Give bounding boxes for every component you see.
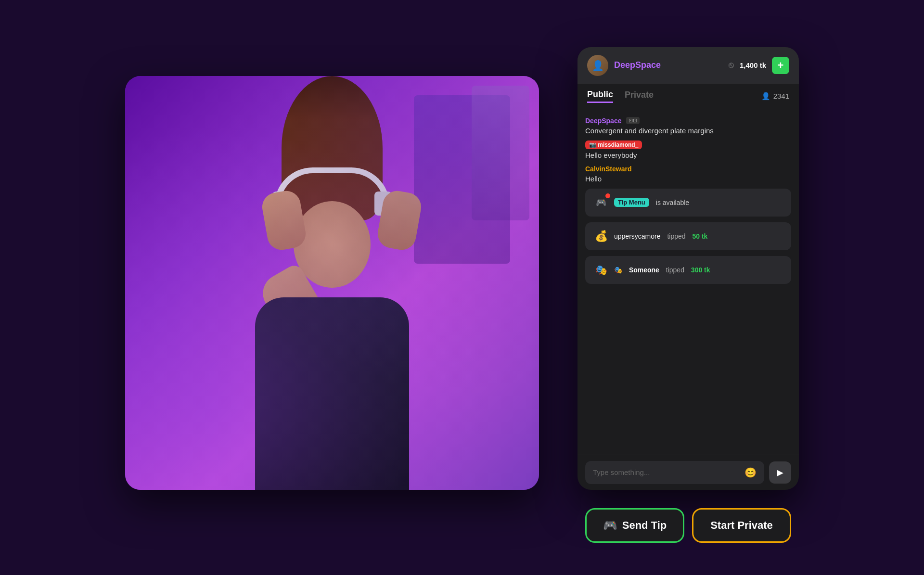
tip-amount-1: 50 tk: [692, 232, 707, 240]
bottom-buttons: 🎮 Send Tip Start Private: [578, 508, 799, 543]
start-private-label: Start Private: [710, 519, 773, 532]
video-card: [125, 76, 539, 490]
send-tip-label: Send Tip: [622, 519, 667, 532]
chat-input-area: Type something... 😊 ▶: [578, 455, 799, 490]
tab-public[interactable]: Public: [587, 89, 613, 103]
emoji-button[interactable]: 😊: [744, 467, 757, 478]
tip-menu-text: is available: [656, 199, 689, 206]
message-deepspace: DeepSpace ⊡⊡ Convergent and divergent pl…: [585, 117, 791, 135]
video-overlay: [125, 76, 539, 490]
message-text-calvin: Hello: [585, 175, 791, 183]
chat-tabs: Public Private 👤 2341: [578, 84, 799, 109]
red-dot: [605, 193, 610, 198]
token-balance: 1,400 tk: [740, 61, 766, 69]
viewer-count: 👤 2341: [761, 92, 789, 101]
message-text-missdiamond: Hello everybody: [585, 151, 791, 159]
notification-tip-uppersycamore: 💰 uppersycamore tipped 50 tk: [585, 222, 791, 250]
chat-panel: 👤 DeepSpace ⎋ 1,400 tk + Public Private …: [578, 47, 799, 490]
chat-input-wrapper: Type something... 😊: [585, 461, 764, 484]
add-tokens-button[interactable]: +: [772, 57, 789, 74]
tipper-name: uppersycamore: [614, 232, 661, 240]
badge-streamer: 📷 missdiamond_: [585, 141, 642, 149]
notification-tip-anon: 🎭 🎭 Someone tipped 300 tk: [585, 256, 791, 284]
chat-header: 👤 DeepSpace ⎋ 1,400 tk +: [578, 47, 799, 84]
tipped-label-anon: tipped: [664, 266, 686, 274]
anon-icon-label: 🎭: [614, 266, 622, 274]
coin-icon: 💰: [593, 228, 609, 244]
chat-input-placeholder[interactable]: Type something...: [593, 468, 650, 476]
message-username-deepspace: DeepSpace: [585, 117, 621, 125]
viewer-count-value: 2341: [773, 92, 789, 100]
message-text-deepspace: Convergent and divergent plate margins: [585, 127, 791, 135]
someone-label: Someone: [627, 266, 659, 274]
start-private-button[interactable]: Start Private: [692, 508, 791, 543]
header-username: DeepSpace: [614, 60, 720, 70]
message-calvin: CalvinSteward Hello: [585, 165, 791, 183]
tip-menu-badge[interactable]: Tip Menu: [614, 198, 649, 207]
tip-amount-2: 300 tk: [691, 266, 710, 274]
user-avatar: 👤: [587, 55, 608, 76]
tip-menu-icon: 🎮: [593, 194, 609, 211]
tab-private[interactable]: Private: [625, 90, 654, 102]
chat-messages: DeepSpace ⊡⊡ Convergent and divergent pl…: [578, 109, 799, 455]
send-tip-button[interactable]: 🎮 Send Tip: [585, 508, 684, 543]
send-tip-icon: 🎮: [603, 519, 617, 532]
logout-icon[interactable]: ⎋: [729, 60, 734, 70]
anon-icon: 🎭: [593, 262, 609, 278]
message-missdiamond: 📷 missdiamond_ Hello everybody: [585, 141, 791, 159]
viewer-icon: 👤: [761, 92, 770, 101]
send-icon: ▶: [777, 467, 783, 478]
badge-vr: ⊡⊡: [626, 117, 640, 124]
send-button[interactable]: ▶: [769, 461, 791, 484]
tipped-label: tipped: [666, 232, 688, 240]
message-username-calvin: CalvinSteward: [585, 165, 791, 173]
notification-tip-menu[interactable]: 🎮 Tip Menu is available: [585, 189, 791, 217]
